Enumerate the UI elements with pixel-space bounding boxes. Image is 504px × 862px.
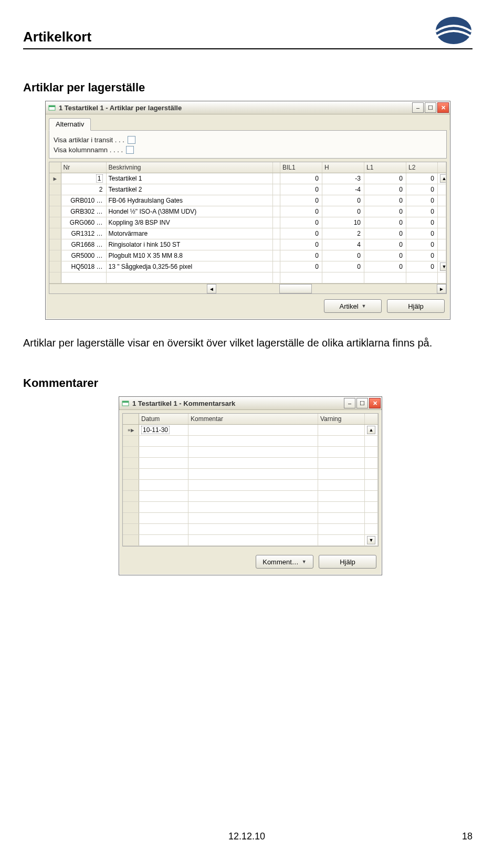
scroll-up-icon[interactable]: ▲ bbox=[367, 426, 375, 434]
check-label-kolumnnamn: Visa kolumnnamn . . . . bbox=[54, 146, 123, 154]
scroll-down-icon[interactable]: ▼ bbox=[367, 536, 375, 544]
checkbox-visa-kolumnnamn[interactable] bbox=[126, 146, 134, 154]
titlebar[interactable]: 1 Testartikel 1 - Kommentarsark – ☐ ✕ bbox=[119, 397, 382, 410]
table-row[interactable]: GR1312 …Motorvärmare0200 bbox=[49, 228, 446, 239]
table-row[interactable] bbox=[123, 447, 378, 458]
kommentar-grid[interactable]: Datum Kommentar Varning ∗▶10-11-30▲▼ bbox=[122, 413, 379, 546]
table-row[interactable] bbox=[123, 458, 378, 469]
svg-rect-2 bbox=[49, 106, 55, 107]
window-kommentarer: 1 Testartikel 1 - Kommentarsark – ☐ ✕ Da… bbox=[119, 396, 382, 575]
col-varning[interactable]: Varning bbox=[318, 414, 365, 425]
table-row[interactable] bbox=[123, 524, 378, 535]
table-row[interactable]: GRB302 …Hondel ½" ISO-A (\38MM UDV)0000 bbox=[49, 206, 446, 217]
col-datum[interactable]: Datum bbox=[139, 414, 188, 425]
scroll-right-icon[interactable]: ► bbox=[437, 284, 446, 293]
minimize-button[interactable]: – bbox=[412, 102, 424, 113]
table-row[interactable]: 2Testartikel 20-400 bbox=[49, 184, 446, 195]
hjalp-button[interactable]: Hjälp bbox=[319, 555, 376, 569]
chevron-down-icon: ▼ bbox=[362, 303, 366, 309]
footer-date: 12.12.10 bbox=[228, 831, 265, 842]
minimize-button[interactable]: – bbox=[344, 398, 355, 408]
check-label-transit: Visa artiklar i transit . . . bbox=[54, 136, 124, 144]
maximize-button[interactable]: ☐ bbox=[425, 102, 436, 113]
window-artiklar-per-lagerstalle: 1 Testartikel 1 - Artiklar per lagerstäl… bbox=[45, 101, 450, 320]
footer-page-number: 18 bbox=[462, 831, 472, 842]
table-row[interactable] bbox=[123, 480, 378, 491]
checkbox-visa-artiklar-transit[interactable] bbox=[128, 136, 135, 144]
horizontal-scrollbar[interactable]: ◄ ► bbox=[49, 283, 446, 293]
table-row[interactable] bbox=[123, 513, 378, 524]
table-row[interactable]: ▶1Testartikel 10-300▲ bbox=[49, 173, 446, 184]
section-heading-1: Artiklar per lagerställe bbox=[23, 81, 472, 94]
table-row[interactable]: GR1668 …Ringisolator i hink 150 ST0400 bbox=[49, 239, 446, 250]
table-row[interactable] bbox=[123, 436, 378, 447]
window-title: 1 Testartikel 1 - Kommentarsark bbox=[132, 400, 344, 407]
maximize-button[interactable]: ☐ bbox=[356, 398, 368, 408]
col-beskrivning[interactable]: Beskrivning bbox=[106, 162, 273, 173]
table-row[interactable] bbox=[123, 502, 378, 513]
page-title: Artikelkort bbox=[23, 29, 91, 45]
col-l1[interactable]: L1 bbox=[364, 162, 406, 173]
komment-button[interactable]: Komment…▼ bbox=[256, 555, 313, 569]
scroll-up-icon[interactable]: ▲ bbox=[440, 174, 446, 183]
body-paragraph: Artiklar per lagerställe visar en översi… bbox=[23, 335, 472, 350]
table-row[interactable]: ▼ bbox=[123, 535, 378, 546]
close-button[interactable]: ✕ bbox=[369, 398, 381, 408]
scroll-left-icon[interactable]: ◄ bbox=[207, 284, 216, 293]
close-button[interactable]: ✕ bbox=[437, 102, 449, 113]
col-h[interactable]: H bbox=[322, 162, 364, 173]
col-bil1[interactable]: BIL1 bbox=[280, 162, 322, 173]
col-l2[interactable]: L2 bbox=[406, 162, 438, 173]
table-row[interactable]: ∗▶10-11-30▲ bbox=[123, 425, 378, 436]
scroll-down-icon[interactable]: ▼ bbox=[440, 262, 446, 271]
table-row[interactable] bbox=[123, 491, 378, 502]
hjalp-button[interactable]: Hjälp bbox=[387, 299, 445, 313]
window-icon bbox=[48, 103, 56, 112]
artiklar-grid[interactable]: Nr Beskrivning BIL1 H L1 L2 ▶1Testartike… bbox=[49, 162, 447, 294]
section-heading-2: Kommentarer bbox=[23, 376, 472, 390]
chevron-down-icon: ▼ bbox=[302, 559, 307, 564]
svg-rect-4 bbox=[122, 401, 129, 403]
window-title: 1 Testartikel 1 - Artiklar per lagerstäl… bbox=[59, 104, 412, 112]
titlebar[interactable]: 1 Testartikel 1 - Artiklar per lagerstäl… bbox=[46, 101, 450, 114]
brand-logo bbox=[435, 16, 472, 45]
artikel-button[interactable]: Artikel▼ bbox=[324, 299, 382, 313]
table-row[interactable]: GR5000 …Plogbult M10 X 35 MM 8.80000 bbox=[49, 250, 446, 261]
col-kommentar[interactable]: Kommentar bbox=[188, 414, 318, 425]
table-row[interactable]: HQ5018 …13 " Såggkedja 0,325-56 pixel000… bbox=[49, 261, 446, 272]
table-row[interactable]: GRG060 …Koppling 3/8 BSP INV01000 bbox=[49, 217, 446, 228]
window-icon bbox=[121, 399, 130, 407]
table-row[interactable] bbox=[123, 469, 378, 480]
table-row[interactable]: GRB010 …FB-06 Hydraulslang Gates0000 bbox=[49, 195, 446, 206]
tab-alternativ[interactable]: Alternativ bbox=[49, 118, 91, 131]
col-nr[interactable]: Nr bbox=[61, 162, 106, 173]
